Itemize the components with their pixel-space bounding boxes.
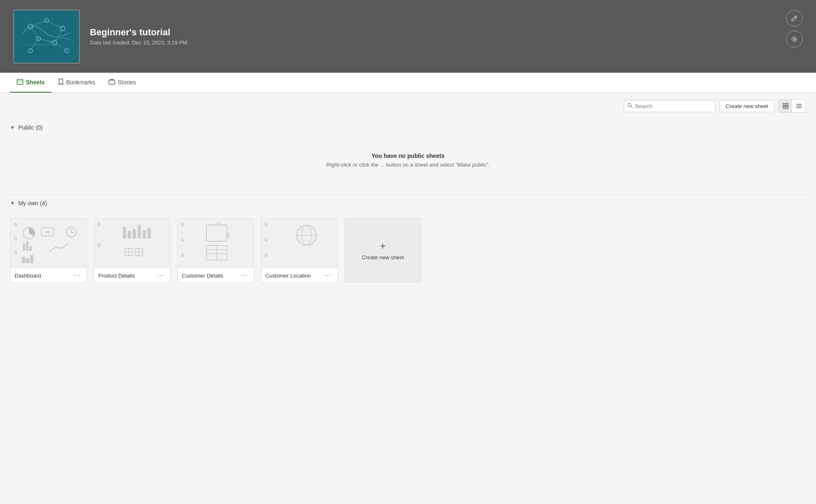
svg-rect-21 (783, 103, 785, 106)
list-icon (796, 103, 802, 109)
app-title: Beginner's tutorial (90, 27, 187, 38)
my-own-section-label: My own (4) (18, 200, 47, 207)
my-own-chevron-icon: ▼ (10, 200, 15, 206)
public-empty-subtitle: Right-click or click the ... button on a… (10, 162, 806, 168)
app-subtitle: Data last loaded: Dec 15, 2023, 3:19 PM (90, 39, 187, 46)
card-customer-location-preview: G G G (261, 219, 337, 268)
svg-rect-38 (22, 257, 25, 263)
svg-text:G: G (181, 222, 184, 227)
card-customer-location-name: Customer Location (265, 273, 311, 279)
create-new-plus-icon: + (380, 240, 386, 252)
my-own-section-header[interactable]: ▼ My own (4) (10, 195, 806, 211)
svg-line-20 (631, 106, 633, 108)
card-product-details-preview: G G (94, 219, 170, 268)
svg-rect-68 (261, 219, 337, 268)
card-product-details[interactable]: G G (94, 218, 171, 283)
card-customer-details-name: Customer Details (182, 273, 223, 279)
card-product-details-more-button[interactable]: ··· (156, 272, 166, 279)
svg-rect-52 (148, 228, 151, 238)
card-dashboard[interactable]: #1 (10, 218, 87, 283)
card-customer-details-more-button[interactable]: ··· (240, 272, 250, 279)
grid-icon (783, 103, 789, 109)
public-section-header[interactable]: ▼ Public (0) (10, 119, 806, 136)
svg-rect-48 (128, 231, 131, 238)
create-new-sheet-button[interactable]: Create new sheet (720, 100, 774, 112)
svg-rect-51 (143, 230, 146, 238)
svg-text:G: G (265, 237, 268, 242)
tab-bookmarks-label: Bookmarks (66, 79, 95, 86)
bookmark-icon (58, 79, 64, 86)
svg-rect-50 (138, 225, 141, 238)
svg-rect-28 (10, 219, 87, 268)
app-thumbnail (13, 10, 80, 64)
search-input[interactable] (624, 100, 715, 112)
sheets-icon (17, 79, 23, 86)
list-view-button[interactable] (792, 100, 806, 112)
card-customer-details-preview: G G G (178, 219, 254, 268)
public-section: ▼ Public (0) You have no public sheets R… (0, 119, 816, 194)
svg-rect-47 (123, 227, 126, 238)
tab-stories-label: Stories (118, 79, 136, 86)
svg-rect-24 (786, 106, 788, 108)
svg-rect-18 (109, 80, 115, 84)
card-customer-location[interactable]: G G G Customer Location ··· (261, 218, 338, 283)
header-info: Beginner's tutorial Data last loaded: De… (90, 27, 187, 46)
svg-text:#1: #1 (45, 230, 50, 234)
search-wrap (624, 100, 715, 112)
svg-rect-40 (30, 255, 33, 263)
edit-button[interactable] (786, 10, 803, 27)
tab-stories[interactable]: Stories (102, 73, 143, 93)
create-new-sheet-card[interactable]: + Create new sheet (344, 218, 421, 283)
svg-text:G: G (14, 222, 17, 227)
svg-text:G: G (181, 237, 184, 242)
card-dashboard-name: Dashboard (15, 273, 41, 279)
card-customer-details-footer: Customer Details ··· (178, 268, 254, 283)
public-empty-title: You have no public sheets (10, 152, 806, 159)
card-customer-location-more-button[interactable]: ··· (323, 272, 333, 279)
svg-text:G: G (265, 253, 268, 258)
cards-grid: #1 (10, 211, 806, 283)
svg-rect-37 (30, 246, 32, 251)
card-customer-location-footer: Customer Location ··· (261, 268, 337, 283)
card-dashboard-preview: #1 (10, 219, 87, 268)
grid-view-button[interactable] (779, 100, 792, 112)
create-new-sheet-card-label: Create new sheet (362, 254, 404, 261)
stories-icon (109, 79, 115, 86)
svg-text:G: G (14, 236, 17, 241)
toolbar: Create new sheet (0, 93, 816, 119)
svg-text:G: G (265, 222, 268, 227)
tab-bookmarks[interactable]: Bookmarks (52, 73, 102, 93)
tab-sheets[interactable]: Sheets (10, 73, 52, 93)
tabs-bar: Sheets Bookmarks Stories (0, 73, 816, 93)
svg-rect-22 (786, 103, 788, 106)
header-actions (786, 10, 803, 47)
svg-rect-35 (23, 243, 25, 251)
svg-text:G: G (97, 243, 101, 248)
my-own-section: ▼ My own (4) #1 (0, 195, 816, 293)
svg-rect-23 (783, 106, 785, 108)
view-toggle (779, 99, 806, 113)
svg-rect-39 (26, 258, 30, 263)
svg-text:G: G (97, 222, 101, 227)
public-chevron-icon: ▼ (10, 125, 15, 130)
public-empty-message: You have no public sheets Right-click or… (10, 136, 806, 184)
edit-icon (791, 15, 798, 22)
gear-icon (791, 36, 798, 42)
svg-rect-44 (94, 219, 170, 268)
card-dashboard-more-button[interactable]: ··· (72, 272, 82, 279)
card-customer-details[interactable]: G G G Customer Detai (177, 218, 254, 283)
svg-text:G: G (181, 253, 184, 258)
card-product-details-footer: Product Details ··· (94, 268, 170, 283)
settings-button[interactable] (786, 31, 803, 47)
app-header: Beginner's tutorial Data last loaded: De… (0, 0, 816, 73)
card-product-details-name: Product Details (98, 273, 135, 279)
main-content: Create new sheet ▼ Pub (0, 93, 816, 504)
search-icon (627, 103, 633, 109)
svg-rect-49 (133, 229, 136, 238)
card-dashboard-footer: Dashboard ··· (10, 268, 87, 283)
svg-rect-59 (178, 219, 254, 268)
svg-text:G: G (14, 250, 17, 255)
svg-rect-36 (26, 241, 29, 251)
public-section-label: Public (0) (18, 124, 43, 131)
svg-rect-16 (17, 79, 23, 84)
